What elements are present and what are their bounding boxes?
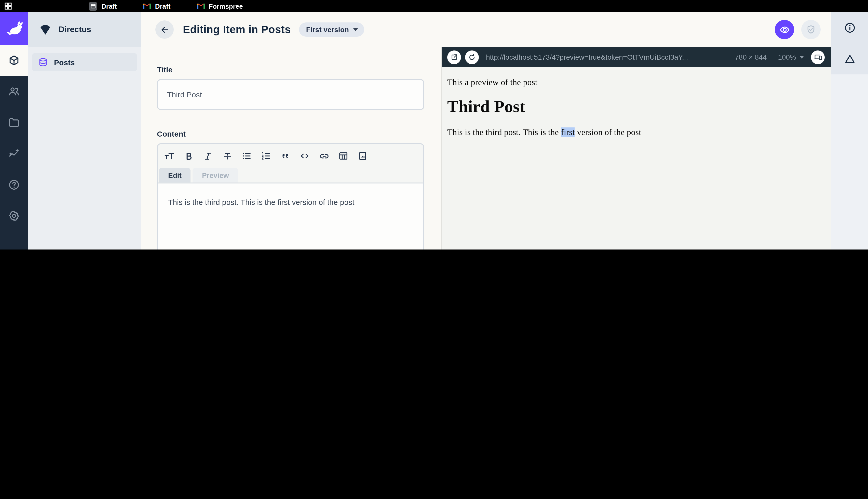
item-edit-form: Title Third Post Content — [141, 47, 442, 250]
gmail-icon — [143, 3, 151, 9]
content-textarea[interactable]: This is the third post. This is the firs… — [158, 183, 423, 250]
code-button[interactable] — [298, 149, 312, 162]
preview-dimensions: 780 × 844 — [735, 53, 767, 61]
field-label: Content — [157, 130, 424, 138]
device-size-button[interactable] — [811, 50, 825, 64]
revisions-sidebar-button[interactable] — [831, 43, 868, 74]
arrow-left-icon — [160, 25, 169, 34]
devices-icon — [814, 53, 822, 61]
tab-preview[interactable]: Preview — [193, 168, 238, 182]
editor-tab-strip: Edit Preview — [158, 165, 423, 183]
table-button[interactable] — [336, 149, 351, 162]
bulleted-list-button[interactable] — [239, 149, 254, 162]
gear-icon — [8, 210, 20, 222]
refresh-button[interactable] — [465, 50, 479, 64]
browser-tab-formspree[interactable]: Formspree — [197, 2, 243, 10]
browser-tab-label: Formspree — [209, 2, 243, 10]
live-preview-button[interactable] — [775, 20, 794, 39]
version-selector[interactable]: First version — [299, 22, 364, 37]
help-icon — [8, 179, 20, 191]
preview-url-bar: http://localhost:5173/4?preview=true&tok… — [442, 47, 831, 67]
info-icon — [844, 22, 856, 34]
title-value: Third Post — [167, 90, 202, 99]
image-button[interactable] — [355, 149, 370, 162]
browser-tab-label: Draft — [101, 2, 117, 10]
preview-iframe-content: This a preview of the post Third Post Th… — [442, 67, 831, 250]
module-insights-button[interactable] — [0, 138, 28, 169]
apps-grid-icon[interactable] — [4, 2, 12, 10]
page-title: Editing Item in Posts — [183, 23, 291, 36]
info-sidebar-button[interactable] — [831, 12, 868, 43]
nav-item-label: Posts — [54, 58, 75, 66]
module-settings-button[interactable] — [0, 200, 28, 231]
project-name: Directus — [59, 25, 91, 34]
preview-url-input[interactable]: http://localhost:5173/4?preview=true&tok… — [486, 53, 729, 61]
refresh-icon — [468, 53, 476, 61]
chevron-down-icon — [353, 28, 358, 31]
field-label: Title — [157, 65, 424, 74]
editor-toolbar — [158, 144, 423, 165]
chevron-down-icon — [800, 56, 804, 58]
highlighted-text: first — [561, 127, 575, 137]
browser-tab-label: Draft — [155, 2, 171, 10]
directus-app: Draft Draft — [0, 0, 868, 250]
module-bar — [0, 12, 28, 250]
live-preview-panel: http://localhost:5173/4?preview=true&tok… — [442, 47, 831, 250]
numbered-list-button[interactable] — [259, 149, 273, 162]
permissions-button[interactable] — [801, 20, 821, 39]
insights-icon — [8, 148, 20, 160]
database-icon — [38, 57, 48, 67]
back-button[interactable] — [155, 20, 174, 39]
link-button[interactable] — [317, 149, 331, 162]
module-files-button[interactable] — [0, 107, 28, 138]
tab-edit[interactable]: Edit — [159, 168, 191, 182]
zoom-select[interactable]: 100% — [778, 53, 804, 61]
page-header: Editing Item in Posts First version — [141, 12, 831, 47]
project-icon — [39, 24, 51, 35]
bold-button[interactable] — [181, 149, 196, 162]
open-in-new-icon — [451, 53, 458, 61]
module-users-button[interactable] — [0, 76, 28, 107]
folder-icon — [8, 117, 20, 129]
field-content: Content — [157, 130, 424, 250]
directus-logo[interactable] — [0, 12, 28, 45]
title-input[interactable]: Third Post — [157, 79, 424, 110]
navigation-sidebar: Directus Posts — [28, 12, 141, 250]
shield-check-icon — [806, 24, 816, 35]
version-label: First version — [306, 25, 349, 34]
eye-icon — [779, 24, 790, 35]
preview-paragraph: This is the third post. This is the firs… — [447, 127, 823, 138]
field-title: Title Third Post — [157, 65, 424, 110]
browser-tab-draft-mail[interactable]: Draft — [143, 2, 171, 10]
strikethrough-button[interactable] — [220, 149, 234, 162]
italic-button[interactable] — [201, 149, 215, 162]
markdown-editor: Edit Preview This is the third post. Thi… — [157, 143, 424, 250]
right-sidebar — [831, 12, 868, 250]
change-history-triangle-icon — [844, 53, 856, 65]
preview-heading: Third Post — [447, 97, 823, 116]
blockquote-button[interactable] — [278, 149, 292, 162]
browser-tab-bar: Draft Draft — [0, 0, 868, 12]
box-icon — [8, 54, 20, 66]
browser-tab-draft-calendar[interactable]: Draft — [89, 2, 117, 10]
zoom-value: 100% — [778, 53, 796, 61]
gmail-icon — [197, 3, 204, 9]
format-size-button[interactable] — [162, 149, 176, 162]
nav-item-posts[interactable]: Posts — [32, 53, 137, 71]
module-content-button[interactable] — [0, 45, 28, 76]
module-help-button[interactable] — [0, 169, 28, 200]
project-header[interactable]: Directus — [28, 12, 141, 47]
users-icon — [8, 86, 20, 97]
open-in-new-button[interactable] — [447, 50, 461, 64]
calendar-31-icon — [89, 2, 97, 10]
preview-intro-text: This a preview of the post — [447, 77, 823, 88]
